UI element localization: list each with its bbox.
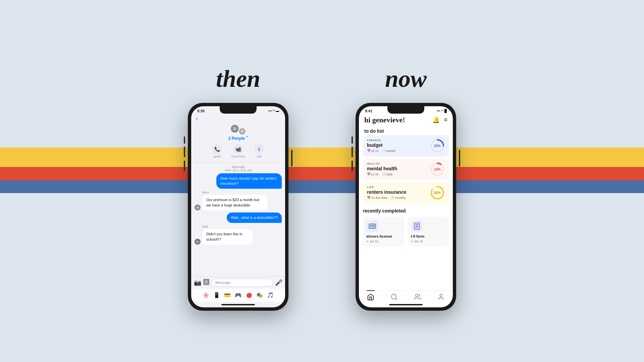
facetime-label: FaceTime bbox=[231, 155, 245, 158]
finance-progress-label: 25% bbox=[434, 144, 441, 147]
info-label: info bbox=[257, 155, 262, 158]
i9-name: I-9 form bbox=[411, 234, 445, 238]
task-life-info: LIFE renters insurance 📅 no due date 🕐 bbox=[367, 186, 407, 199]
app-screen: 9:41 ▪▪▪ ⌔ █ hi genevieve! 🔔 bbox=[359, 106, 453, 307]
info-icon: ℹ bbox=[254, 144, 264, 154]
avatars-group: D M bbox=[230, 124, 246, 135]
audio-label: audio bbox=[213, 155, 221, 158]
back-arrow[interactable]: ‹ bbox=[196, 115, 198, 122]
right-wifi-icon: ⌔ bbox=[441, 109, 443, 113]
contact-actions: 📞 audio 📹 FaceTime ℹ info bbox=[191, 143, 285, 160]
right-power-button[interactable] bbox=[459, 150, 460, 167]
avatar-dad: D bbox=[195, 239, 201, 245]
notch-left bbox=[220, 106, 257, 114]
home-bar-left bbox=[221, 304, 255, 305]
tab-home[interactable] bbox=[367, 293, 374, 301]
signal-icon: ▪▪▪ bbox=[268, 109, 272, 113]
app-greeting: hi genevieve! bbox=[364, 116, 405, 124]
message-2-text: Our premium is $20 a month but we have a… bbox=[202, 195, 268, 210]
dock-theatre[interactable]: 🎭 bbox=[255, 291, 264, 300]
calendar-icon-h: 📅 bbox=[367, 173, 371, 176]
battery-icon: ▬ bbox=[276, 109, 279, 113]
life-progress-label: 82% bbox=[434, 191, 441, 194]
now-section: now 9:41 ▪▪▪ ⌔ █ bbox=[356, 65, 456, 311]
notch-right bbox=[387, 106, 424, 114]
task-life-freq: 🕐 monthly bbox=[391, 196, 406, 199]
right-silent-button[interactable] bbox=[352, 136, 353, 144]
right-time: 9:41 bbox=[365, 109, 372, 113]
contact-name[interactable]: 2 People ˅ bbox=[228, 136, 248, 141]
contact-header: D M 2 People ˅ bbox=[191, 124, 285, 143]
svg-rect-8 bbox=[370, 225, 372, 227]
task-finance-date: 📅 jul 15 bbox=[367, 149, 379, 153]
home-indicator-right bbox=[359, 302, 453, 307]
right-vol-up-button[interactable] bbox=[352, 146, 353, 157]
tab-bar bbox=[359, 290, 453, 302]
app-header: hi genevieve! 🔔 ≡ bbox=[359, 113, 453, 126]
facetime-icon: 📹 bbox=[233, 144, 243, 154]
silent-button[interactable] bbox=[184, 136, 185, 144]
audio-input-icon[interactable]: 🎤 bbox=[275, 279, 282, 286]
completed-cards: drivers license ✓ jun 12 bbox=[363, 217, 449, 246]
finance-progress: 25% bbox=[430, 138, 445, 153]
home-indicator-left bbox=[191, 302, 285, 307]
wifi-icon: ⌔ bbox=[273, 109, 275, 113]
dock-music[interactable]: 🎵 bbox=[266, 291, 275, 300]
facetime-action[interactable]: 📹 FaceTime bbox=[231, 144, 245, 158]
dock-red[interactable]: 🔴 bbox=[244, 291, 254, 300]
dock-wallet[interactable]: 💳 bbox=[223, 291, 232, 300]
tab-search[interactable] bbox=[390, 293, 398, 301]
message-input[interactable]: iMessage bbox=[211, 279, 273, 287]
avatar-mom: M bbox=[195, 204, 201, 210]
bell-icon[interactable]: 🔔 bbox=[432, 116, 440, 124]
completed-i9-form[interactable]: I-9 form ✓ jun 12 bbox=[408, 217, 449, 246]
tab-profile[interactable] bbox=[437, 293, 445, 301]
left-phone: 5:35 ▪▪▪ ⌔ ▬ ‹ bbox=[188, 103, 288, 311]
dock-photos[interactable]: 🌸 bbox=[201, 291, 211, 300]
task-life[interactable]: LIFE renters insurance 📅 no due date 🕐 bbox=[363, 182, 449, 203]
completed-heading: recently completed bbox=[363, 206, 449, 215]
task-health-date: 📅 jul 28 bbox=[367, 173, 379, 176]
svg-point-18 bbox=[416, 294, 418, 296]
task-life-date: 📅 no due date bbox=[367, 196, 387, 199]
imessage-nav: ‹ bbox=[191, 113, 285, 124]
audio-icon: 📞 bbox=[212, 144, 222, 154]
check-icon-i9: ✓ bbox=[411, 240, 414, 243]
task-health-info: HEALTH mental health 📅 jul 28 🕐 bbox=[367, 162, 397, 176]
tab-active-bar bbox=[367, 290, 375, 291]
left-time: 5:35 bbox=[197, 109, 205, 113]
message-1: How much should I pay for renters insura… bbox=[216, 173, 282, 189]
right-vol-down-button[interactable] bbox=[352, 161, 353, 171]
right-status-right: ▪▪▪ ⌔ █ bbox=[437, 109, 447, 113]
i9-form-icon bbox=[411, 220, 423, 232]
svg-point-19 bbox=[440, 294, 442, 296]
clock-icon: 🕐 bbox=[382, 149, 386, 153]
vol-down-button[interactable] bbox=[184, 161, 185, 171]
task-finance[interactable]: FINANCE budget 📅 jul 15 🕐 we bbox=[363, 135, 449, 157]
audio-action[interactable]: 📞 audio bbox=[212, 144, 222, 158]
info-action[interactable]: ℹ info bbox=[254, 144, 264, 158]
right-phone: 9:41 ▪▪▪ ⌔ █ hi genevieve! 🔔 bbox=[356, 103, 456, 311]
app-header-row: hi genevieve! 🔔 ≡ bbox=[364, 116, 447, 124]
now-title: now bbox=[385, 65, 427, 93]
task-health[interactable]: HEALTH mental health 📅 jul 28 🕐 bbox=[363, 159, 449, 180]
tab-people[interactable] bbox=[414, 293, 421, 301]
vol-up-button[interactable] bbox=[184, 146, 185, 157]
health-progress: 10% bbox=[430, 162, 445, 177]
imessage-screen: 5:35 ▪▪▪ ⌔ ▬ ‹ bbox=[191, 106, 285, 307]
power-button[interactable] bbox=[291, 150, 292, 167]
calendar-icon: 📅 bbox=[367, 149, 371, 153]
avatar-m: M bbox=[238, 127, 246, 135]
message-2-group: Mom M Our premium is $20 a month but we … bbox=[195, 191, 282, 210]
menu-icon[interactable]: ≡ bbox=[444, 116, 447, 124]
completed-section: recently completed bbox=[359, 203, 453, 246]
left-phone-screen: 5:35 ▪▪▪ ⌔ ▬ ‹ bbox=[191, 106, 285, 307]
dock-game[interactable]: 🎮 bbox=[233, 291, 243, 300]
camera-icon[interactable]: 📷 bbox=[194, 279, 201, 286]
imessage-header: ‹ D M 2 People ˅ 📞 audio bbox=[191, 113, 285, 163]
right-signal-icon: ▪▪▪ bbox=[437, 109, 440, 113]
messages-area: How much should I pay for renters insura… bbox=[191, 173, 285, 276]
completed-drivers-license[interactable]: drivers license ✓ jun 12 bbox=[363, 217, 404, 246]
dock-appstore[interactable]: 📱 bbox=[212, 291, 221, 300]
apps-icon[interactable]: 🅰 bbox=[203, 279, 209, 286]
